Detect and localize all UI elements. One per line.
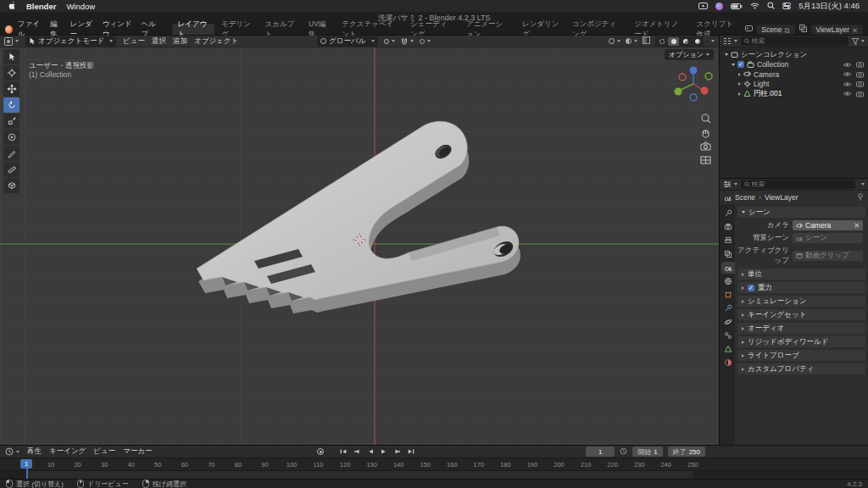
- gizmo-y-neg[interactable]: [705, 73, 712, 80]
- tool-annotate[interactable]: [3, 146, 19, 161]
- background-scene-field[interactable]: シーン: [793, 233, 863, 243]
- outliner-row-light[interactable]: Light: [720, 80, 868, 90]
- tool-transform[interactable]: [3, 130, 19, 145]
- tool-rotate[interactable]: [3, 97, 19, 113]
- gizmo-z-axis[interactable]: [690, 67, 698, 75]
- disable-render-icon[interactable]: [856, 61, 864, 68]
- spotlight-icon[interactable]: [767, 2, 775, 11]
- outliner-row-collection[interactable]: ✓ Collection: [720, 60, 868, 70]
- properties-search[interactable]: [741, 180, 855, 189]
- editor-type-button[interactable]: [4, 37, 19, 46]
- breadcrumb-scene[interactable]: Scene: [735, 193, 755, 202]
- siri-icon[interactable]: [715, 3, 723, 10]
- tool-move[interactable]: [3, 81, 19, 97]
- tab-world[interactable]: [721, 275, 735, 287]
- camera-field[interactable]: Camera ✕: [793, 220, 863, 230]
- battery-icon[interactable]: [731, 2, 743, 11]
- tab-view-layer[interactable]: [721, 248, 735, 260]
- proportional-edit-button[interactable]: [420, 39, 431, 44]
- section-light-probes[interactable]: ライトプローブ: [737, 350, 865, 361]
- apple-menu-icon[interactable]: [8, 1, 16, 12]
- wifi-icon[interactable]: [750, 2, 760, 11]
- shading-material[interactable]: [680, 37, 691, 46]
- active-clip-field[interactable]: 動画クリップ: [793, 251, 863, 261]
- section-gravity[interactable]: ✓重力: [737, 282, 865, 293]
- outliner-row-scene-collection[interactable]: シーンコレクション: [720, 50, 868, 60]
- properties-filter-button[interactable]: [861, 183, 865, 186]
- mode-dropdown[interactable]: オブジェクトモード: [25, 36, 116, 47]
- tab-material[interactable]: [721, 357, 735, 369]
- tab-output[interactable]: [721, 235, 735, 247]
- tab-tool[interactable]: [721, 208, 735, 219]
- outliner-editor-type-button[interactable]: [723, 37, 737, 45]
- blender-logo-icon[interactable]: [5, 25, 13, 34]
- add-menu[interactable]: 追加: [173, 36, 187, 47]
- disable-render-icon[interactable]: [856, 91, 864, 97]
- disable-render-icon[interactable]: [856, 71, 864, 78]
- shading-rendered[interactable]: [692, 37, 703, 46]
- collection-checkbox[interactable]: ✓: [737, 61, 744, 68]
- macos-menu-blender[interactable]: Blender: [26, 2, 56, 11]
- gizmo-x-axis[interactable]: [701, 87, 709, 95]
- keying-menu[interactable]: キーイング: [49, 446, 86, 457]
- shading-solid[interactable]: [668, 37, 679, 46]
- shading-wireframe[interactable]: [656, 37, 667, 46]
- tab-constraints[interactable]: [721, 330, 735, 341]
- xray-toggle[interactable]: [643, 36, 650, 46]
- macos-menu-window[interactable]: Window: [66, 2, 95, 11]
- tab-sculpt[interactable]: スカルプト: [259, 24, 303, 35]
- pin-icon[interactable]: [857, 193, 864, 202]
- timeline-editor-type-button[interactable]: [5, 447, 19, 456]
- show-gizmo-dropdown[interactable]: [609, 38, 620, 44]
- viewlayer-browse-icon[interactable]: [799, 25, 807, 34]
- gravity-checkbox[interactable]: ✓: [748, 285, 754, 291]
- tool-scale[interactable]: [3, 114, 19, 129]
- prev-keyframe-button[interactable]: [351, 447, 362, 457]
- section-simulation[interactable]: シミュレーション: [737, 296, 865, 307]
- scene-selector[interactable]: Scene ⧉: [757, 25, 795, 35]
- tab-scene[interactable]: [721, 262, 735, 274]
- gizmo-x-neg[interactable]: [679, 74, 686, 80]
- tool-cursor[interactable]: [3, 65, 19, 80]
- tab-texture-paint[interactable]: テクスチャペイント: [336, 24, 403, 35]
- tab-animation[interactable]: アニメーション: [460, 24, 515, 35]
- tab-compositing[interactable]: コンポジティング: [566, 24, 627, 35]
- timeline-ruler[interactable]: 0102030405060708090100110120130140150160…: [0, 458, 868, 471]
- new-scene-icon[interactable]: ⧉: [784, 26, 791, 33]
- section-audio[interactable]: オーディオ: [737, 323, 865, 334]
- auto-keying-toggle[interactable]: [317, 448, 324, 455]
- play-button[interactable]: [378, 447, 389, 457]
- tab-geometry-nodes[interactable]: ジオメトリノード: [628, 24, 689, 35]
- overlays-dropdown[interactable]: [626, 38, 637, 44]
- hide-viewport-icon[interactable]: [843, 91, 852, 97]
- section-rigid-body-world[interactable]: リジッドボディワールド: [737, 336, 865, 347]
- playback-menu[interactable]: 再生: [27, 446, 42, 457]
- tool-select-box[interactable]: [3, 49, 19, 64]
- section-keying-sets[interactable]: キーイングセット: [737, 309, 865, 320]
- clear-camera-icon[interactable]: ✕: [854, 221, 860, 230]
- shading-dropdown[interactable]: [711, 40, 715, 42]
- outliner-filter-button[interactable]: [852, 38, 865, 45]
- properties-editor-type-button[interactable]: [723, 180, 737, 188]
- outliner-search-input[interactable]: [752, 37, 846, 45]
- hide-viewport-icon[interactable]: [843, 62, 852, 68]
- viewlayer-selector[interactable]: ViewLayer ✕: [811, 25, 863, 35]
- section-scene[interactable]: シーン: [737, 207, 865, 218]
- remove-viewlayer-icon[interactable]: ✕: [852, 26, 859, 33]
- gizmo-z-neg[interactable]: [690, 94, 697, 101]
- frame-start-field[interactable]: 開始1: [632, 446, 662, 457]
- current-frame-field[interactable]: 1: [586, 446, 615, 457]
- view-menu[interactable]: ビュー: [123, 36, 145, 47]
- snap-dropdown[interactable]: [401, 38, 414, 45]
- tab-scripting[interactable]: スクリプト作成: [691, 24, 746, 35]
- select-menu[interactable]: 選択: [152, 36, 166, 47]
- viewport-scene[interactable]: [0, 36, 719, 445]
- tab-object[interactable]: [721, 289, 735, 301]
- view-menu[interactable]: ビュー: [93, 446, 115, 457]
- breadcrumb-viewlayer[interactable]: ViewLayer: [765, 193, 798, 202]
- current-frame-line[interactable]: [26, 468, 28, 480]
- pivot-dropdown[interactable]: [384, 39, 395, 44]
- tab-uv[interactable]: UV編集: [303, 24, 335, 35]
- screen-record-icon[interactable]: [698, 2, 708, 11]
- tool-measure[interactable]: [3, 162, 19, 177]
